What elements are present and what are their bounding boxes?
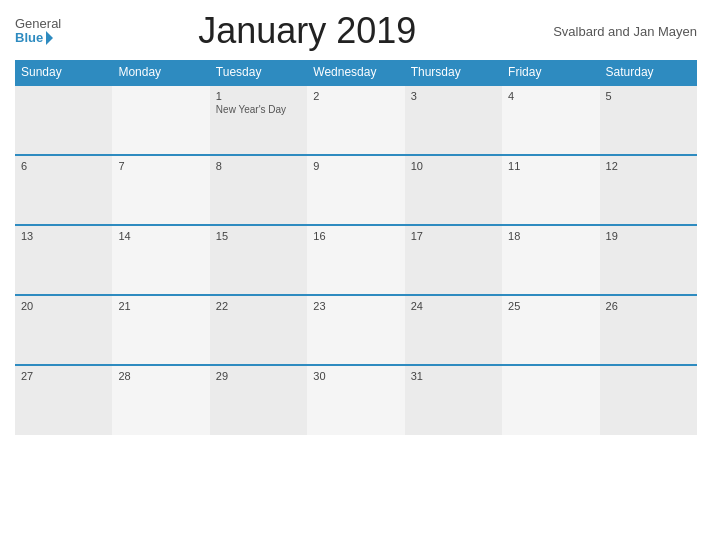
calendar-cell: 5: [600, 85, 697, 155]
day-number: 2: [313, 90, 398, 102]
day-number: 25: [508, 300, 593, 312]
logo-blue-text: Blue: [15, 31, 53, 45]
calendar-cell: 6: [15, 155, 112, 225]
weekday-header-monday: Monday: [112, 60, 209, 85]
calendar-cell: 28: [112, 365, 209, 435]
day-number: 5: [606, 90, 691, 102]
calendar-cell: 4: [502, 85, 599, 155]
week-row-5: 2728293031: [15, 365, 697, 435]
weekday-header-wednesday: Wednesday: [307, 60, 404, 85]
day-number: 29: [216, 370, 301, 382]
calendar-cell: [15, 85, 112, 155]
calendar-cell: 30: [307, 365, 404, 435]
calendar-cell: 11: [502, 155, 599, 225]
calendar-cell: 19: [600, 225, 697, 295]
calendar-cell: 8: [210, 155, 307, 225]
day-number: 1: [216, 90, 301, 102]
logo-triangle-icon: [46, 31, 53, 45]
day-number: 11: [508, 160, 593, 172]
day-number: 19: [606, 230, 691, 242]
calendar-cell: [600, 365, 697, 435]
day-number: 12: [606, 160, 691, 172]
calendar-cell: 1New Year's Day: [210, 85, 307, 155]
calendar-cell: 18: [502, 225, 599, 295]
calendar-cell: 26: [600, 295, 697, 365]
calendar-cell: 3: [405, 85, 502, 155]
weekday-header-thursday: Thursday: [405, 60, 502, 85]
day-number: 9: [313, 160, 398, 172]
day-number: 16: [313, 230, 398, 242]
calendar-cell: 2: [307, 85, 404, 155]
calendar-cell: 27: [15, 365, 112, 435]
calendar-table: SundayMondayTuesdayWednesdayThursdayFrid…: [15, 60, 697, 435]
weekday-header-sunday: Sunday: [15, 60, 112, 85]
day-number: 27: [21, 370, 106, 382]
calendar-cell: 12: [600, 155, 697, 225]
weekday-header-row: SundayMondayTuesdayWednesdayThursdayFrid…: [15, 60, 697, 85]
week-row-2: 6789101112: [15, 155, 697, 225]
week-row-1: 1New Year's Day2345: [15, 85, 697, 155]
calendar-cell: 22: [210, 295, 307, 365]
weekday-header-saturday: Saturday: [600, 60, 697, 85]
week-row-4: 20212223242526: [15, 295, 697, 365]
calendar-cell: 16: [307, 225, 404, 295]
day-number: 23: [313, 300, 398, 312]
week-row-3: 13141516171819: [15, 225, 697, 295]
calendar-cell: 25: [502, 295, 599, 365]
day-number: 14: [118, 230, 203, 242]
logo: General Blue: [15, 17, 61, 46]
day-number: 26: [606, 300, 691, 312]
logo-general-text: General: [15, 17, 61, 31]
calendar-cell: 13: [15, 225, 112, 295]
day-number: 20: [21, 300, 106, 312]
day-number: 4: [508, 90, 593, 102]
day-number: 18: [508, 230, 593, 242]
event-label: New Year's Day: [216, 104, 301, 115]
calendar-container: General Blue January 2019 Svalbard and J…: [0, 0, 712, 550]
calendar-cell: 10: [405, 155, 502, 225]
calendar-cell: 17: [405, 225, 502, 295]
day-number: 3: [411, 90, 496, 102]
calendar-cell: 15: [210, 225, 307, 295]
day-number: 7: [118, 160, 203, 172]
day-number: 24: [411, 300, 496, 312]
day-number: 30: [313, 370, 398, 382]
calendar-cell: 7: [112, 155, 209, 225]
calendar-cell: 29: [210, 365, 307, 435]
day-number: 31: [411, 370, 496, 382]
calendar-cell: 31: [405, 365, 502, 435]
calendar-cell: 9: [307, 155, 404, 225]
weekday-header-tuesday: Tuesday: [210, 60, 307, 85]
calendar-cell: 23: [307, 295, 404, 365]
day-number: 15: [216, 230, 301, 242]
calendar-cell: 20: [15, 295, 112, 365]
day-number: 28: [118, 370, 203, 382]
day-number: 13: [21, 230, 106, 242]
day-number: 22: [216, 300, 301, 312]
calendar-cell: [112, 85, 209, 155]
weekday-header-friday: Friday: [502, 60, 599, 85]
calendar-cell: 14: [112, 225, 209, 295]
calendar-header: General Blue January 2019 Svalbard and J…: [15, 10, 697, 52]
country-name: Svalbard and Jan Mayen: [553, 24, 697, 39]
day-number: 17: [411, 230, 496, 242]
day-number: 10: [411, 160, 496, 172]
day-number: 8: [216, 160, 301, 172]
day-number: 6: [21, 160, 106, 172]
calendar-cell: [502, 365, 599, 435]
calendar-cell: 21: [112, 295, 209, 365]
day-number: 21: [118, 300, 203, 312]
calendar-cell: 24: [405, 295, 502, 365]
month-title: January 2019: [61, 10, 553, 52]
